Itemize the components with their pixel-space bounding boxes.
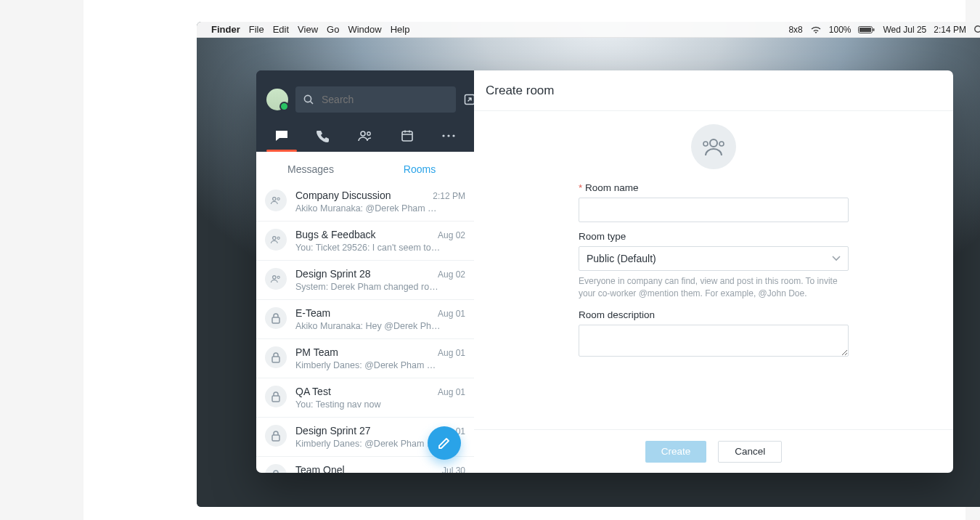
- room-item[interactable]: E-TeamAug 01Akiko Muranaka: Hey @Derek P…: [256, 300, 474, 339]
- room-desc-input[interactable]: [579, 325, 849, 357]
- room-time: Aug 02: [438, 269, 465, 280]
- room-type-value: Public (Default): [587, 253, 656, 264]
- sidebar-top: [256, 70, 474, 115]
- menu-help[interactable]: Help: [391, 24, 410, 35]
- svg-point-33: [703, 142, 708, 146]
- sidebar-nav: [256, 120, 474, 152]
- main-panel: Create room Room name Room type Public (…: [474, 70, 953, 473]
- wifi-icon[interactable]: [810, 25, 822, 34]
- svg-rect-28: [272, 396, 279, 402]
- nav-more[interactable]: [428, 121, 470, 151]
- main-body: Room name Room type Public (Default) Eve…: [474, 111, 953, 429]
- room-time: Aug 01: [438, 387, 465, 397]
- user-avatar[interactable]: [266, 89, 288, 110]
- menu-window[interactable]: Window: [348, 24, 381, 35]
- menu-file[interactable]: File: [249, 24, 264, 35]
- group-icon: [701, 137, 726, 157]
- room-time: Jul 30: [442, 466, 465, 473]
- room-avatar-placeholder[interactable]: [691, 124, 736, 169]
- search-field[interactable]: [295, 86, 456, 113]
- nav-calls[interactable]: [303, 121, 345, 151]
- room-name-label: Room name: [579, 182, 849, 193]
- search-input[interactable]: [322, 94, 449, 105]
- room-body: E-TeamAug 01Akiko Muranaka: Hey @Derek P…: [295, 307, 465, 331]
- mac-menubar: Finder File Edit View Go Window Help 8x8…: [197, 22, 980, 38]
- svg-point-21: [277, 198, 279, 200]
- nav-contacts[interactable]: [344, 121, 386, 151]
- room-item[interactable]: Company Discussion2:12 PMAkiko Muranaka:…: [256, 182, 474, 222]
- svg-line-9: [311, 102, 314, 105]
- calendar-icon: [401, 129, 414, 142]
- svg-rect-26: [272, 317, 279, 323]
- menu-view[interactable]: View: [298, 24, 318, 35]
- svg-rect-2: [873, 28, 875, 31]
- svg-rect-27: [272, 357, 279, 362]
- tab-rooms[interactable]: Rooms: [365, 152, 474, 187]
- room-type-select[interactable]: Public (Default): [579, 246, 849, 271]
- svg-point-3: [975, 25, 980, 31]
- contacts-icon: [357, 129, 373, 142]
- room-preview: System: Derek Pham changed room na...: [295, 282, 441, 292]
- room-name-input[interactable]: [579, 198, 849, 222]
- cancel-button[interactable]: Cancel: [718, 441, 782, 463]
- room-body: Design Sprint 28Aug 02System: Derek Pham…: [295, 268, 465, 292]
- search-icon: [303, 94, 314, 105]
- svg-point-22: [273, 237, 276, 240]
- lock-icon: [265, 386, 287, 407]
- lock-icon: [265, 346, 287, 368]
- room-body: Team OnelJul 30System: Derek Pham change…: [295, 464, 465, 473]
- room-preview: Kimberly Danes: @Derek Pham Do yo...: [295, 439, 441, 449]
- group-icon: [265, 229, 287, 251]
- main-footer: Create Cancel: [474, 429, 953, 473]
- room-name: Bugs & Feedback: [295, 229, 376, 240]
- room-preview: You: Testing nav now: [295, 399, 441, 410]
- room-preview: Akiko Muranaka: @Derek Pham Yep! ...: [295, 203, 441, 214]
- room-time: Aug 01: [438, 348, 465, 358]
- menubar-app[interactable]: Finder: [211, 24, 240, 35]
- tab-messages[interactable]: Messages: [256, 152, 365, 187]
- svg-point-12: [367, 131, 370, 134]
- lock-icon: [265, 425, 287, 447]
- menu-edit[interactable]: Edit: [273, 24, 289, 35]
- main-header: Create room: [474, 70, 953, 111]
- svg-point-17: [443, 134, 445, 137]
- room-type-help: Everyone in company can find, view and p…: [579, 275, 849, 301]
- room-item[interactable]: QA TestAug 01You: Testing nav now: [256, 378, 474, 418]
- create-button[interactable]: Create: [645, 441, 707, 463]
- room-name: E-Team: [295, 307, 330, 319]
- create-room-form: Room name Room type Public (Default) Eve…: [579, 124, 849, 359]
- app-window: Messages Rooms Company Discussion2:12 PM…: [256, 70, 953, 473]
- nav-calendar[interactable]: [386, 121, 428, 151]
- room-body: QA TestAug 01You: Testing nav now: [295, 386, 465, 410]
- svg-point-11: [361, 131, 365, 136]
- status-date: Wed Jul 25: [883, 25, 926, 35]
- svg-rect-1: [859, 28, 871, 32]
- menu-go[interactable]: Go: [327, 24, 339, 35]
- room-time: 2:12 PM: [433, 191, 465, 201]
- compose-icon: [437, 436, 452, 450]
- svg-point-18: [448, 134, 450, 137]
- room-item[interactable]: Design Sprint 28Aug 02System: Derek Pham…: [256, 261, 474, 300]
- svg-point-32: [710, 139, 717, 147]
- room-name: QA Test: [295, 386, 331, 397]
- room-preview: You: Ticket 29526: I can't seem to find …: [295, 243, 441, 253]
- lock-icon: [265, 464, 287, 473]
- svg-point-19: [453, 134, 455, 137]
- room-name: PM Team: [295, 346, 338, 358]
- room-time: Aug 01: [438, 309, 465, 319]
- room-time: Aug 02: [438, 230, 465, 240]
- room-body: Company Discussion2:12 PMAkiko Muranaka:…: [295, 190, 465, 214]
- svg-rect-13: [402, 131, 412, 141]
- main-title: Create room: [486, 84, 554, 98]
- sidebar-tabs: Messages Rooms: [256, 152, 474, 187]
- nav-messages[interactable]: [261, 121, 303, 151]
- room-preview: Kimberly Danes: @Derek Pham Of cour...: [295, 360, 441, 370]
- mac-screen: Finder File Edit View Go Window Help 8x8…: [197, 22, 980, 507]
- spotlight-icon[interactable]: [973, 25, 980, 35]
- svg-point-20: [273, 198, 276, 200]
- room-item[interactable]: Bugs & FeedbackAug 02You: Ticket 29526: …: [256, 222, 474, 261]
- svg-point-25: [277, 276, 279, 278]
- room-item[interactable]: PM TeamAug 01Kimberly Danes: @Derek Pham…: [256, 339, 474, 378]
- battery-icon: [858, 25, 875, 34]
- compose-button[interactable]: [428, 426, 461, 460]
